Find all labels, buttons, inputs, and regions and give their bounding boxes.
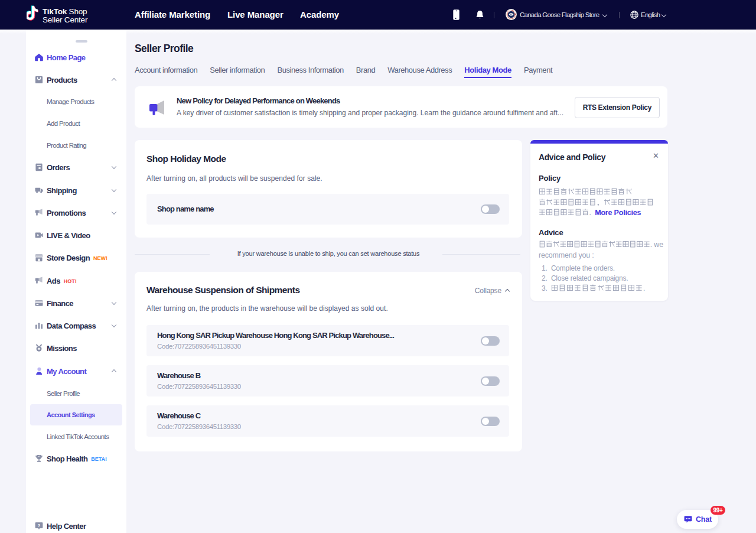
svg-text:?: ?	[38, 523, 41, 528]
